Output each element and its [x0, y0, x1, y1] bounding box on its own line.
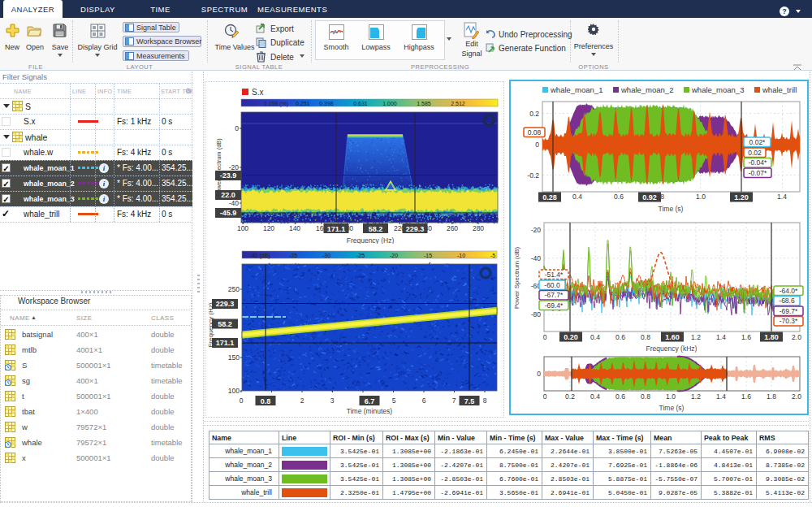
svg-text:0.4: 0.4 — [572, 193, 582, 201]
svg-text:Time (s): Time (s) — [659, 404, 685, 412]
svg-text:1.0: 1.0 — [696, 193, 706, 201]
svg-text:280: 280 — [473, 224, 484, 232]
svg-text:2.0: 2.0 — [792, 392, 801, 401]
svg-text:0.02*: 0.02* — [749, 138, 767, 146]
svg-text:0.8: 0.8 — [641, 392, 650, 401]
svg-text:3: 3 — [330, 396, 335, 405]
svg-text:-25: -25 — [356, 253, 365, 258]
svg-text:2.512: 2.512 — [451, 101, 465, 106]
svg-text:-64.0*: -64.0* — [780, 287, 798, 295]
svg-text:-15: -15 — [424, 253, 432, 258]
svg-text:0.6: 0.6 — [615, 333, 625, 341]
svg-text:0: 0 — [235, 124, 239, 132]
svg-text:1.60: 1.60 — [665, 333, 680, 341]
svg-text:1.80: 1.80 — [764, 333, 779, 341]
svg-text:0: 0 — [543, 392, 547, 401]
svg-text:100: 100 — [228, 387, 240, 395]
svg-text:whale_moan_1: whale_moan_1 — [550, 85, 603, 94]
svg-text:1.4: 1.4 — [716, 333, 726, 341]
svg-text:-80: -80 — [531, 310, 542, 318]
svg-text:-40 (dB): -40 (dB) — [249, 253, 270, 259]
svg-text:0: 0 — [543, 333, 547, 341]
svg-text:0.08: 0.08 — [528, 128, 542, 136]
svg-text:0.8: 0.8 — [261, 397, 271, 405]
svg-text:1.6: 1.6 — [741, 392, 751, 401]
svg-text:8: 8 — [483, 396, 487, 405]
svg-text:Power Spectrum (dB): Power Spectrum (dB) — [215, 138, 222, 197]
svg-text:Frequency (kHz): Frequency (kHz) — [646, 344, 698, 353]
svg-text:0.631: 0.631 — [353, 101, 368, 106]
svg-text:0.92: 0.92 — [642, 193, 657, 202]
svg-text:whale_trill: whale_trill — [762, 85, 797, 94]
svg-text:-67.7*: -67.7* — [545, 291, 564, 299]
svg-text:0: 0 — [535, 141, 539, 149]
svg-text:-51.4*: -51.4* — [545, 271, 564, 279]
svg-text:-23.9: -23.9 — [220, 171, 237, 180]
svg-text:-0.04*: -0.04* — [749, 158, 767, 167]
svg-text:171.1: 171.1 — [216, 339, 235, 347]
svg-text:58.2: 58.2 — [369, 225, 383, 233]
svg-text:-70.3*: -70.3* — [780, 317, 798, 325]
svg-text:0.20: 0.20 — [564, 333, 578, 341]
svg-text:1.4: 1.4 — [716, 392, 726, 401]
svg-text:6: 6 — [422, 396, 426, 405]
svg-text:-69.7*: -69.7* — [780, 307, 798, 315]
svg-text:-20: -20 — [229, 163, 240, 171]
svg-text:0.4: 0.4 — [590, 392, 600, 401]
svg-text:-60.0: -60.0 — [544, 281, 560, 289]
svg-text:whale_moan_2: whale_moan_2 — [620, 85, 673, 94]
svg-text:-0.2: -0.2 — [527, 171, 539, 180]
svg-text:171.1: 171.1 — [327, 225, 346, 233]
svg-text:0.6: 0.6 — [614, 193, 624, 201]
svg-text:Time (s): Time (s) — [659, 205, 684, 213]
svg-text:Time (minutes): Time (minutes) — [347, 407, 393, 415]
svg-text:0.4: 0.4 — [590, 333, 600, 341]
svg-text:whale_moan_3: whale_moan_3 — [691, 85, 744, 94]
svg-text:0.398: 0.398 — [319, 101, 334, 106]
svg-text:229.3: 229.3 — [406, 225, 425, 233]
svg-text:0.158 (%): 0.158 (%) — [264, 101, 288, 107]
svg-text:250: 250 — [228, 285, 240, 293]
svg-text:0.8: 0.8 — [641, 333, 650, 341]
svg-text:-69.4*: -69.4* — [545, 301, 564, 310]
svg-text:260: 260 — [447, 224, 458, 232]
svg-text:0.02: 0.02 — [748, 149, 762, 157]
svg-text:1.2: 1.2 — [691, 333, 701, 341]
svg-text:1.585: 1.585 — [417, 101, 431, 106]
svg-text:-35: -35 — [289, 253, 297, 258]
svg-text:7.5: 7.5 — [464, 397, 475, 405]
svg-text:2: 2 — [300, 396, 304, 405]
svg-text:1.20: 1.20 — [734, 193, 749, 202]
svg-text:7: 7 — [452, 396, 456, 405]
svg-text:6.7: 6.7 — [365, 397, 375, 405]
svg-text:-30: -30 — [322, 253, 330, 258]
svg-text:-40: -40 — [229, 199, 240, 207]
svg-text:0.2: 0.2 — [529, 110, 539, 118]
svg-text:1.4: 1.4 — [777, 193, 787, 201]
svg-text:-20: -20 — [531, 226, 542, 234]
svg-text:2.0: 2.0 — [792, 333, 801, 341]
svg-text:0.2: 0.2 — [565, 392, 575, 401]
svg-text:Power Spectrum (dB): Power Spectrum (dB) — [513, 246, 520, 309]
svg-text:22.0: 22.0 — [221, 191, 235, 199]
svg-text:1.2: 1.2 — [691, 392, 701, 401]
svg-text:0.28: 0.28 — [542, 193, 557, 202]
svg-text:58.2: 58.2 — [218, 320, 232, 328]
svg-text:150: 150 — [228, 353, 240, 362]
svg-text:-5: -5 — [490, 253, 495, 258]
svg-text:-0.07*: -0.07* — [749, 169, 767, 177]
svg-text:-10: -10 — [457, 253, 465, 258]
svg-text:-20: -20 — [390, 253, 398, 258]
svg-text:0.251: 0.251 — [296, 101, 310, 106]
svg-text:5: 5 — [392, 396, 396, 405]
svg-text:120: 120 — [263, 224, 274, 232]
svg-text:0.6: 0.6 — [615, 392, 625, 401]
svg-text:S.x: S.x — [252, 88, 263, 97]
svg-text:100: 100 — [237, 224, 248, 232]
svg-text:-68.6: -68.6 — [779, 297, 795, 305]
svg-text:Frequency (Hz): Frequency (Hz) — [347, 236, 395, 244]
svg-text:140: 140 — [289, 224, 300, 232]
svg-text:-45.9: -45.9 — [220, 209, 237, 217]
svg-text:1.8: 1.8 — [767, 392, 776, 401]
svg-text:0: 0 — [240, 396, 244, 405]
